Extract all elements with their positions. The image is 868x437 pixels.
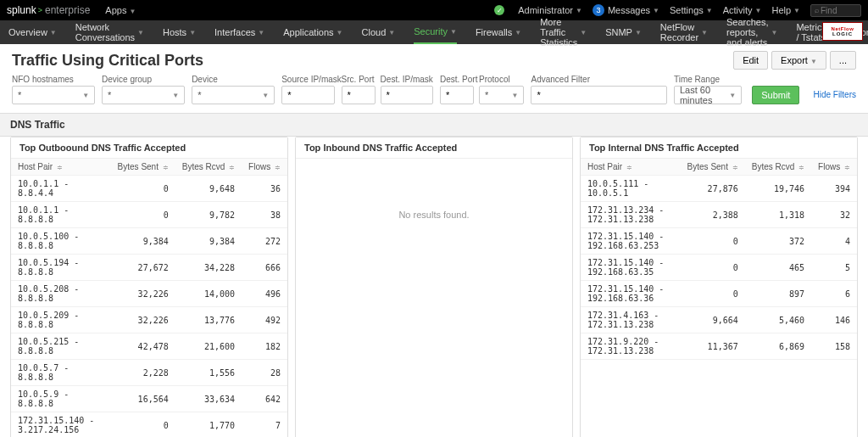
nav-tab-overview[interactable]: Overview▼	[8, 20, 57, 44]
column-header[interactable]: Bytes Rcvd ≑	[175, 159, 242, 176]
advanced-filter-input[interactable]	[531, 86, 666, 104]
table-row[interactable]: 172.31.4.163 - 172.31.13.2389,6645,46014…	[581, 307, 857, 333]
chevron-down-icon: ▼	[576, 7, 582, 14]
source-ip-input[interactable]	[281, 86, 334, 104]
nav-tab-network-conversations[interactable]: Network Conversations▼	[75, 20, 144, 44]
filter-controls: NFO hostnames *▼ Device group *▼ Device …	[0, 73, 868, 113]
protocol-dropdown[interactable]: *▼	[479, 86, 524, 104]
column-header[interactable]: Bytes Rcvd ≑	[745, 159, 811, 176]
table-row[interactable]: 10.0.1.1 - 8.8.4.409,64836	[11, 176, 287, 202]
nfo-dropdown[interactable]: *▼	[12, 86, 95, 104]
chevron-down-icon: ▼	[793, 7, 800, 14]
table-cell: 34,228	[175, 255, 242, 281]
nav-tab-applications[interactable]: Applications▼	[283, 20, 342, 44]
table-row[interactable]: 172.31.15.140 - 3.217.24.15601,7707	[11, 412, 287, 438]
nav-tab-firewalls[interactable]: Firewalls▼	[476, 20, 521, 44]
messages-menu[interactable]: 3Messages▼	[593, 4, 659, 16]
table-cell: 0	[111, 176, 175, 202]
hide-filters-link[interactable]: Hide Filters	[813, 80, 856, 99]
table-cell: 492	[242, 307, 287, 333]
messages-badge: 3	[593, 4, 604, 16]
table-row[interactable]: 10.0.5.215 - 8.8.8.842,47821,600182	[11, 333, 287, 360]
nav-tab-security[interactable]: Security▼	[414, 20, 457, 44]
proto-label: Protocol	[479, 75, 524, 84]
table-cell: 642	[242, 386, 287, 412]
table-row[interactable]: 10.0.5.100 - 8.8.8.89,3849,384272	[11, 228, 287, 255]
find-input[interactable]	[821, 6, 857, 15]
export-button[interactable]: Export▼	[771, 51, 826, 70]
column-header[interactable]: Flows ≑	[242, 159, 287, 176]
nav-tab-more-traffic-statistics[interactable]: More Traffic Statistics▼	[540, 20, 587, 44]
sort-icon: ≑	[844, 164, 850, 171]
export-label: Export	[781, 55, 808, 65]
submit-button[interactable]: Submit	[752, 86, 799, 104]
table-row[interactable]: 172.31.13.234 - 172.31.13.2382,3881,3183…	[581, 202, 857, 228]
table-row[interactable]: 10.0.5.194 - 8.8.8.827,67234,228666	[11, 255, 287, 281]
table-row[interactable]: 10.0.5.111 - 10.0.5.127,87619,746394	[581, 176, 857, 202]
table-cell: 6	[811, 281, 857, 307]
nav-tab-searches-reports-and-alerts[interactable]: Searches, reports, and alerts▼	[726, 20, 777, 44]
table-row[interactable]: 10.0.1.1 - 8.8.8.809,78238	[11, 202, 287, 228]
nav-tab-cloud[interactable]: Cloud▼	[362, 20, 396, 44]
table-cell: 372	[745, 228, 811, 255]
table-cell: 158	[811, 333, 857, 360]
device-group-dropdown[interactable]: *▼	[102, 86, 185, 104]
column-header[interactable]: Bytes Sent ≑	[111, 159, 175, 176]
help-menu[interactable]: Help▼	[771, 5, 800, 15]
sort-icon: ≑	[275, 164, 281, 171]
table-cell: 7	[242, 412, 287, 438]
table-row[interactable]: 10.0.5.7 - 8.8.8.82,2281,55628	[11, 360, 287, 386]
table-cell: 32,226	[111, 281, 175, 307]
apps-menu[interactable]: Apps▼	[105, 5, 136, 15]
brand-main: splunk	[7, 4, 36, 16]
table-row[interactable]: 172.31.15.140 - 192.168.63.25303724	[581, 228, 857, 255]
source-port-input[interactable]	[342, 86, 376, 104]
nav-tab-snmp[interactable]: SNMP▼	[605, 20, 642, 44]
nav-tab-hosts[interactable]: Hosts▼	[163, 20, 196, 44]
column-header[interactable]: Bytes Sent ≑	[681, 159, 745, 176]
table-row[interactable]: 10.0.5.208 - 8.8.8.832,22614,000496	[11, 281, 287, 307]
table-cell: 394	[811, 176, 857, 202]
dest-port-input[interactable]	[440, 86, 474, 104]
more-button[interactable]: ...	[830, 51, 856, 70]
find-box[interactable]: ⌕	[810, 4, 861, 17]
column-header[interactable]: Host Pair ≑	[581, 159, 681, 176]
check-circle-icon	[494, 5, 504, 15]
table-cell: 496	[242, 281, 287, 307]
settings-menu[interactable]: Settings▼	[670, 5, 713, 15]
column-header[interactable]: Flows ≑	[811, 159, 857, 176]
dns-cards-row: Top Outboound DNS Traffic Accepted Host …	[0, 137, 868, 437]
edit-button[interactable]: Edit	[733, 51, 768, 70]
admin-menu[interactable]: Administrator▼	[518, 5, 582, 15]
table-cell: 0	[681, 255, 745, 281]
nav-tab-interfaces[interactable]: Interfaces▼	[214, 20, 264, 44]
status-ok[interactable]	[494, 5, 508, 15]
nav-tab-netflow-recorder[interactable]: NetFlow Recorder▼	[660, 20, 708, 44]
table-row[interactable]: 172.31.9.220 - 172.31.13.23811,3676,8691…	[581, 333, 857, 360]
table-cell: 1,770	[175, 412, 242, 438]
table-row[interactable]: 10.0.5.209 - 8.8.8.832,22613,776492	[11, 307, 287, 333]
table-row[interactable]: 10.0.5.9 - 8.8.8.816,56433,634642	[11, 386, 287, 412]
time-range-dropdown[interactable]: Last 60 minutes▼	[674, 86, 742, 104]
table-cell: 172.31.15.140 - 192.168.63.36	[581, 281, 681, 307]
table-cell: 11,367	[681, 333, 745, 360]
column-header[interactable]: Host Pair ≑	[11, 159, 111, 176]
activity-menu[interactable]: Activity▼	[723, 5, 762, 15]
table-cell: 10.0.5.194 - 8.8.8.8	[11, 255, 111, 281]
chevron-down-icon: ▼	[262, 92, 269, 99]
table-cell: 32,226	[111, 307, 175, 333]
chevron-down-icon: ▼	[189, 29, 196, 36]
table-cell: 5,460	[745, 307, 811, 333]
table-row[interactable]: 172.31.15.140 - 192.168.63.3504655	[581, 255, 857, 281]
table-row[interactable]: 172.31.15.140 - 192.168.63.3608976	[581, 281, 857, 307]
table-cell: 28	[242, 360, 287, 386]
table-cell: 897	[745, 281, 811, 307]
brand[interactable]: splunk > enterprise	[7, 4, 90, 16]
chevron-down-icon: ▼	[701, 29, 708, 36]
dest-ip-input[interactable]	[381, 86, 433, 104]
settings-label: Settings	[670, 5, 704, 15]
device-dropdown[interactable]: *▼	[192, 86, 275, 104]
table-cell: 666	[242, 255, 287, 281]
dns-outbound-table: Host Pair ≑Bytes Sent ≑Bytes Rcvd ≑Flows…	[11, 159, 287, 437]
table-cell: 6,869	[745, 333, 811, 360]
